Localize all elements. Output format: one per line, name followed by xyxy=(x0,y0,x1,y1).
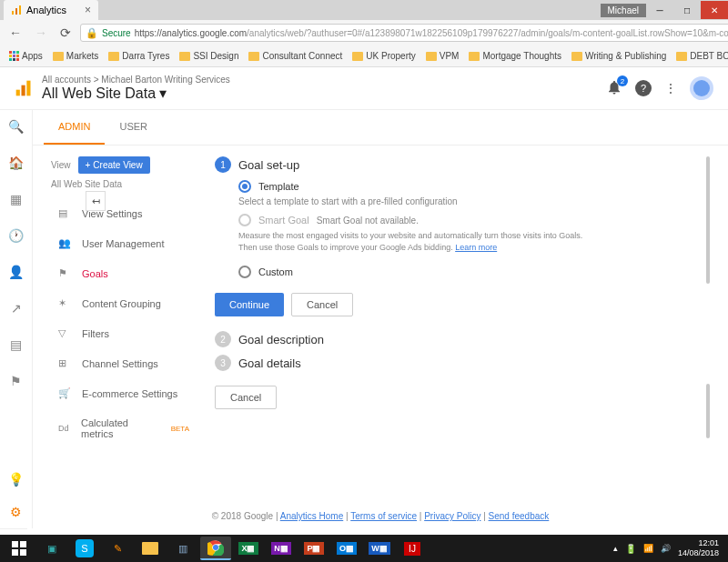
menu-filters[interactable]: ▽Filters xyxy=(51,318,197,348)
bookmark-item[interactable]: SSI Design xyxy=(176,49,242,63)
person-icon[interactable]: 👤 xyxy=(8,265,24,279)
step-2-title: Goal description xyxy=(238,333,324,346)
radio-smart-goal: Smart Goal Smart Goal not available. xyxy=(238,214,701,226)
svg-rect-6 xyxy=(12,541,18,547)
radio-template[interactable]: Template xyxy=(238,180,701,193)
menu-calculated-metrics[interactable]: DdCalculated metricsBETA xyxy=(51,408,197,448)
view-label: View xyxy=(51,160,71,170)
folder-icon xyxy=(426,52,437,61)
step-3-title: Goal details xyxy=(238,356,301,370)
menu-view-settings[interactable]: ▤View Settings xyxy=(51,198,197,228)
learn-more-link[interactable]: Learn more xyxy=(455,243,497,252)
bookmark-item[interactable]: VPM xyxy=(422,49,463,63)
url-input[interactable]: 🔒 Secure https://analytics.google.com/an… xyxy=(80,24,728,42)
taskbar-app[interactable]: ✎ xyxy=(102,537,133,560)
footer-link[interactable]: Analytics Home xyxy=(280,511,343,521)
menu-channel-settings[interactable]: ⊞Channel Settings xyxy=(51,348,197,378)
conversions-icon[interactable]: ▤ xyxy=(10,337,22,352)
back-button[interactable]: ← xyxy=(5,25,25,40)
windows-taskbar: ▣ S ✎ ▥ X▦ N▦ P▦ O▩ W▦ IJ ▴ 🔋 📶 🔊 12:01 … xyxy=(0,535,728,562)
clock-icon[interactable]: 🕐 xyxy=(8,228,24,243)
menu-goals[interactable]: ⚑Goals xyxy=(51,258,197,288)
tab-close-icon[interactable]: × xyxy=(85,4,91,16)
url-text: https://analytics.google.com/analytics/w… xyxy=(135,28,728,38)
taskbar-skype[interactable]: S xyxy=(69,537,100,560)
bookmark-item[interactable]: DEBT BOOK xyxy=(672,49,728,63)
notifications-button[interactable]: 2 xyxy=(606,79,622,97)
collapse-column-button[interactable]: ↤ xyxy=(86,191,106,211)
folder-icon xyxy=(676,52,687,61)
taskbar-word[interactable]: W▦ xyxy=(364,537,395,560)
bookmark-item[interactable]: Darra Tyres xyxy=(105,49,173,63)
tray-battery-icon[interactable]: 🔋 xyxy=(625,544,636,554)
channel-icon: ⊞ xyxy=(58,357,73,369)
svg-rect-4 xyxy=(22,85,25,96)
admin-gear-icon[interactable]: ⚙ xyxy=(10,505,22,519)
radio-icon xyxy=(238,266,251,278)
apps-menu-icon[interactable]: ⋮ xyxy=(664,81,677,95)
tab-admin[interactable]: ADMIN xyxy=(44,110,105,145)
create-view-button[interactable]: +Create View xyxy=(78,156,150,174)
bookmark-item[interactable]: Markets xyxy=(49,49,103,63)
footer-link[interactable]: Terms of service xyxy=(350,511,417,521)
window-minimize[interactable]: ─ xyxy=(646,1,673,19)
search-icon[interactable]: 🔍 xyxy=(8,119,24,134)
page-title[interactable]: All Web Site Data▾ xyxy=(42,85,606,102)
account-avatar[interactable] xyxy=(690,76,713,100)
behavior-icon[interactable]: ↗ xyxy=(11,301,22,316)
taskbar-chrome[interactable] xyxy=(200,537,231,560)
tab-user[interactable]: USER xyxy=(105,110,162,145)
bookmark-item[interactable]: Consultant Connect xyxy=(245,49,346,63)
tray-up-icon[interactable]: ▴ xyxy=(613,544,618,553)
scrollbar[interactable] xyxy=(706,384,710,438)
menu-ecommerce-settings[interactable]: 🛒E-commerce Settings xyxy=(51,378,197,408)
folder-icon xyxy=(571,52,582,61)
taskbar-app[interactable]: IJ xyxy=(397,537,428,560)
cancel-button[interactable]: Cancel xyxy=(291,293,353,316)
smart-goal-note: Measure the most engaged visits to your … xyxy=(238,230,602,253)
dashboard-icon[interactable]: ▦ xyxy=(10,192,22,206)
menu-user-management[interactable]: 👥User Management xyxy=(51,228,197,258)
taskbar-excel[interactable]: X▦ xyxy=(233,537,264,560)
continue-button[interactable]: Continue xyxy=(215,293,284,316)
taskbar-clock[interactable]: 12:01 14/08/2018 xyxy=(678,538,724,558)
menu-content-grouping[interactable]: ✶Content Grouping xyxy=(51,288,197,318)
taskbar-outlook[interactable]: O▩ xyxy=(331,537,362,560)
taskbar-explorer[interactable] xyxy=(135,537,166,560)
bookmark-item[interactable]: Mortgage Thoughts xyxy=(465,49,565,63)
home-icon[interactable]: 🏠 xyxy=(8,156,24,170)
svg-rect-1 xyxy=(15,8,17,15)
reload-button[interactable]: ⟳ xyxy=(56,25,75,40)
taskbar-app[interactable]: ▥ xyxy=(167,537,198,560)
apps-bookmark[interactable]: Apps xyxy=(5,49,46,63)
people-icon: 👥 xyxy=(58,237,73,249)
scrollbar[interactable] xyxy=(706,156,710,284)
view-subtitle[interactable]: All Web Site Data xyxy=(51,179,197,189)
bookmark-item[interactable]: UK Property xyxy=(349,49,419,63)
window-close[interactable]: ✕ xyxy=(701,1,728,19)
flag-icon[interactable]: ⚑ xyxy=(10,374,22,388)
footer-link[interactable]: Privacy Policy xyxy=(424,511,480,521)
svg-rect-2 xyxy=(19,5,21,15)
tray-network-icon[interactable]: 📶 xyxy=(643,544,653,553)
tray-volume-icon[interactable]: 🔊 xyxy=(661,544,671,553)
breadcrumb[interactable]: All accounts > Michael Barton Writing Se… xyxy=(42,75,606,85)
step-1-badge: 1 xyxy=(215,156,231,173)
taskbar-app[interactable]: ▣ xyxy=(36,537,67,560)
bookmark-item[interactable]: Writing & Publishing xyxy=(568,49,670,63)
cancel-button-bottom[interactable]: Cancel xyxy=(215,386,277,409)
help-button[interactable]: ? xyxy=(635,80,652,96)
footer-link[interactable]: Send feedback xyxy=(489,511,550,521)
taskbar-onenote[interactable]: N▦ xyxy=(266,537,297,560)
bookmarks-bar: Apps Markets Darra Tyres SSI Design Cons… xyxy=(0,45,728,67)
svg-rect-8 xyxy=(12,549,18,556)
start-button[interactable] xyxy=(4,537,35,560)
svg-rect-0 xyxy=(12,11,14,15)
forward-button[interactable]: → xyxy=(31,25,51,40)
browser-tab[interactable]: Analytics × xyxy=(4,0,98,20)
taskbar-powerpoint[interactable]: P▦ xyxy=(298,537,329,560)
radio-custom[interactable]: Custom xyxy=(238,266,701,278)
avatar-icon xyxy=(693,80,710,96)
window-maximize[interactable]: □ xyxy=(673,1,701,19)
discover-icon[interactable]: 💡 xyxy=(8,472,24,487)
